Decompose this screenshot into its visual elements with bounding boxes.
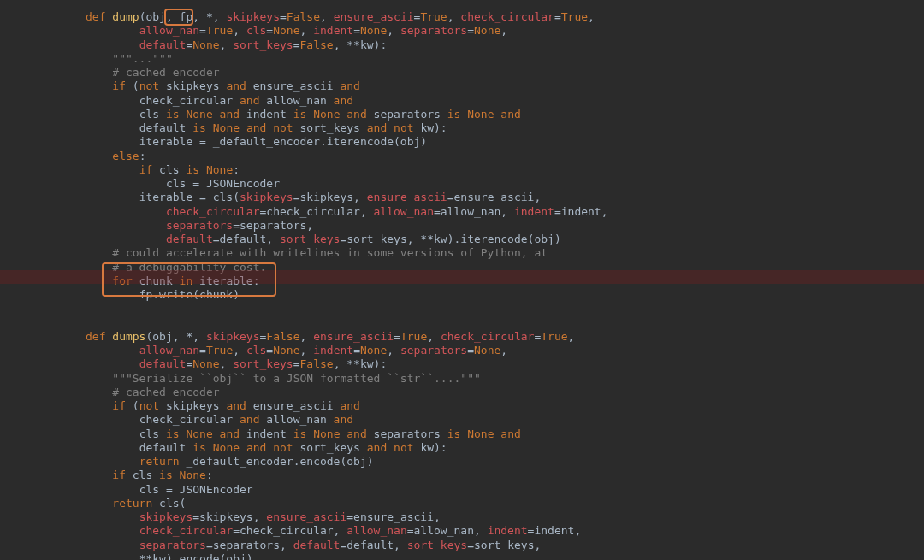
func-name-dumps: dumps — [112, 330, 145, 343]
func-name-dump: dump — [112, 10, 139, 23]
dump-params-1: (obj, fp, *, skipkeys=False, ensure_asci… — [139, 10, 595, 23]
keyword-def: def — [86, 10, 105, 23]
code-block: def dump(obj, fp, *, skipkeys=False, ens… — [0, 0, 924, 560]
code: def dump(obj, fp, *, skipkeys=False, ens… — [86, 10, 608, 560]
dumps-if-l3: cls is None and indent is None and separ… — [139, 427, 521, 440]
dumps-params-1: (obj, *, skipkeys=False, ensure_ascii=Tr… — [145, 330, 574, 343]
dumps-ret-l4: **kw).encode(obj) — [139, 552, 253, 560]
dumps-if-l2: check_circular and allow_nan and — [139, 413, 353, 426]
dumps-if-l1: if (not skipkeys and ensure_ascii and — [112, 399, 360, 412]
dumps-params-3: default=None, sort_keys=False, **kw): — [139, 357, 388, 370]
dump-if-l1: if (not skipkeys and ensure_ascii and — [112, 80, 360, 92]
dump-docstring: """...""" — [112, 52, 172, 65]
dump-params-3: default=None, sort_keys=False, **kw): — [139, 38, 388, 51]
dump-if-l4: default is None and not sort_keys and no… — [139, 121, 447, 134]
dumps-docstring: """Serialize ``obj`` to a JSON formatted… — [112, 372, 480, 385]
dumps-if-body: return _default_encoder.encode(obj) — [139, 455, 374, 468]
dump-iter-l3: separators=separators, — [166, 219, 313, 232]
dumps-ret-l1: skipkeys=skipkeys, ensure_ascii=ensure_a… — [139, 510, 441, 523]
dump-comment-cached: # cached encoder — [112, 66, 219, 79]
dumps-ret-l3: separators=separators, default=default, … — [139, 539, 542, 551]
dump-for-body: fp.write(chunk) — [139, 288, 240, 301]
dumps-if-l4: default is None and not sort_keys and no… — [139, 441, 447, 454]
dump-iter-l4: default=default, sort_keys=sort_keys, **… — [166, 233, 561, 245]
dumps-comment-cached: # cached encoder — [112, 386, 219, 398]
dump-else: else: — [112, 150, 145, 162]
dump-iter-l2: check_circular=check_circular, allow_nan… — [166, 205, 608, 218]
keyword-def-2: def — [86, 330, 105, 343]
dump-if-l2: check_circular and allow_nan and — [139, 94, 353, 107]
dump-else-if-body: cls = JSONEncoder — [166, 177, 280, 190]
dumps-ret-l2: check_circular=check_circular, allow_nan… — [139, 524, 582, 537]
dump-comment-2b: # a debuggability cost. — [112, 261, 266, 274]
dump-if-body: iterable = _default_encoder.iterencode(o… — [139, 135, 428, 148]
dumps-cls-if: if cls is None: — [112, 469, 212, 481]
dump-if-l3: cls is None and indent is None and separ… — [139, 108, 521, 121]
dump-for-line: for chunk in iterable: — [112, 274, 259, 287]
dumps-params-2: allow_nan=True, cls=None, indent=None, s… — [139, 344, 508, 357]
dumps-cls-body: cls = JSONEncoder — [139, 483, 253, 496]
dump-comment-2a: # could accelerate with writelines in so… — [112, 246, 548, 259]
dump-else-if: if cls is None: — [139, 163, 240, 176]
dumps-ret: return cls( — [112, 497, 186, 510]
dump-params-2: allow_nan=True, cls=None, indent=None, s… — [139, 24, 508, 37]
dump-iter-l1: iterable = cls(skipkeys=skipkeys, ensure… — [139, 191, 542, 203]
